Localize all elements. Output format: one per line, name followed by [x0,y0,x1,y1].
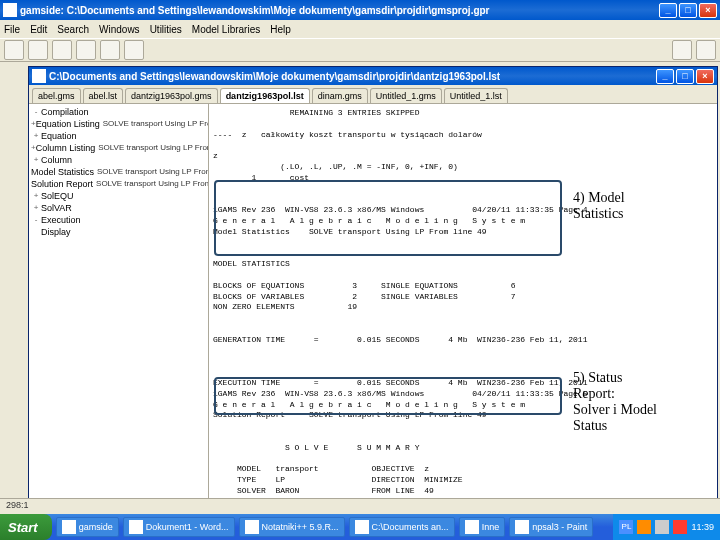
tab-dantzig-lst[interactable]: dantzig1963pol.lst [220,88,310,103]
start-button[interactable]: Start [0,514,52,540]
task-explorer[interactable]: C:\Documents an... [349,517,455,537]
expand-icon[interactable]: + [31,155,41,164]
minimize-button[interactable]: _ [659,3,677,18]
task-inne[interactable]: Inne [459,517,506,537]
document-window: C:\Documents and Settings\lewandowskim\M… [28,66,718,526]
inner-titlebar: C:\Documents and Settings\lewandowskim\M… [29,67,717,85]
app-icon [3,3,17,17]
tree-desc: SOLVE transport Using LP From lin [97,167,209,176]
annotation-box-4 [214,180,562,256]
tree-item[interactable]: +Equation ListingSOLVE transport Using L… [31,118,206,130]
task-icon [465,520,479,534]
inner-maximize-button[interactable]: □ [676,69,694,84]
tab-dinam[interactable]: dinam.gms [312,88,368,103]
doc-icon [32,69,46,83]
status-bar: 298:1 [0,498,720,514]
annotation-box-5 [214,377,562,415]
maximize-button[interactable]: □ [679,3,697,18]
task-icon [355,520,369,534]
expand-icon[interactable]: - [31,215,41,224]
inner-close-button[interactable]: × [696,69,714,84]
menu-search[interactable]: Search [57,24,89,35]
tool-save-icon[interactable] [28,40,48,60]
menu-model-lib[interactable]: Model Libraries [192,24,260,35]
tray-clock[interactable]: 11:39 [691,522,714,532]
tab-bar: abel.gms abel.lst dantzig1963pol.gms dan… [29,85,717,104]
menu-bar: File Edit Search Windows Utilities Model… [0,20,720,38]
menu-utilities[interactable]: Utilities [150,24,182,35]
annotation-label-4: 4) Model Statistics [573,190,625,222]
tree-label: Compilation [41,107,89,117]
tab-abel-lst[interactable]: abel.lst [83,88,124,103]
tree-label: Column [41,155,72,165]
tab-abel-gms[interactable]: abel.gms [32,88,81,103]
tree-label: Display [41,227,71,237]
tree-item[interactable]: +Column [31,154,206,166]
task-icon [515,520,529,534]
tree-desc: SOLVE transport Using LP From lin [103,119,209,128]
tree-desc: SOLVE transport Using LP From lin [98,143,209,152]
expand-icon[interactable]: + [31,203,41,212]
tool-misc-icon[interactable] [672,40,692,60]
tree-label: Equation [41,131,77,141]
editor-view[interactable]: REMAINING 3 ENTRIES SKIPPED ---- z całko… [209,104,717,524]
workspace: -Compilation+Equation ListingSOLVE trans… [29,104,717,524]
task-word[interactable]: Dokument1 - Word... [123,517,235,537]
tool-open-icon[interactable] [4,40,24,60]
tree-item[interactable]: +SolEQU [31,190,206,202]
tab-dantzig-gms[interactable]: dantzig1963pol.gms [125,88,218,103]
menu-windows[interactable]: Windows [99,24,140,35]
task-notepad[interactable]: Notatniki++ 5.9.R... [239,517,345,537]
expand-icon[interactable]: + [31,131,41,140]
task-icon [245,520,259,534]
inner-title: C:\Documents and Settings\lewandowskim\M… [49,71,654,82]
tree-item[interactable]: Solution ReportSOLVE transport Using LP … [31,178,206,190]
tree-item[interactable]: +Column ListingSOLVE transport Using LP … [31,142,206,154]
close-button[interactable]: × [699,3,717,18]
task-icon [129,520,143,534]
window-title: gamside: C:\Documents and Settings\lewan… [20,5,657,16]
menu-edit[interactable]: Edit [30,24,47,35]
tool-misc2-icon[interactable] [696,40,716,60]
tray-lang-icon[interactable]: PL [619,520,633,534]
tray-av-icon[interactable] [673,520,687,534]
tray-vol-icon[interactable] [655,520,669,534]
task-paint[interactable]: npsal3 - Paint [509,517,593,537]
tab-untitled-gms[interactable]: Untitled_1.gms [370,88,442,103]
tree-item[interactable]: -Compilation [31,106,206,118]
system-tray[interactable]: PL 11:39 [613,514,720,540]
tool-print-icon[interactable] [76,40,96,60]
tree-desc: SOLVE transport Using LP From lin [96,179,209,188]
tree-label: SolEQU [41,191,74,201]
tree-item[interactable]: Model StatisticsSOLVE transport Using LP… [31,166,206,178]
tool-help-icon[interactable] [124,40,144,60]
tree-label: Solution Report [31,179,93,189]
tree-item[interactable]: -Execution [31,214,206,226]
task-icon [62,520,76,534]
tree-label: Model Statistics [31,167,94,177]
tool-run-icon[interactable] [52,40,72,60]
nav-tree[interactable]: -Compilation+Equation ListingSOLVE trans… [29,104,209,524]
tray-net-icon[interactable] [637,520,651,534]
task-gamside[interactable]: gamside [56,517,119,537]
inner-minimize-button[interactable]: _ [656,69,674,84]
toolbar [0,38,720,62]
menu-file[interactable]: File [4,24,20,35]
tree-label: Equation Listing [36,119,100,129]
tree-item[interactable]: Display [31,226,206,238]
tab-untitled-lst[interactable]: Untitled_1.lst [444,88,508,103]
tree-label: SolVAR [41,203,72,213]
outer-titlebar: gamside: C:\Documents and Settings\lewan… [0,0,720,20]
annotation-label-5: 5) Status Report: Solver i Model Status [573,370,657,434]
tree-item[interactable]: +SolVAR [31,202,206,214]
tool-find-icon[interactable] [100,40,120,60]
expand-icon[interactable]: - [31,107,41,116]
tree-label: Column Listing [36,143,96,153]
menu-help[interactable]: Help [270,24,291,35]
expand-icon[interactable]: + [31,191,41,200]
tree-item[interactable]: +Equation [31,130,206,142]
cursor-pos: 298:1 [6,500,29,510]
tree-label: Execution [41,215,81,225]
taskbar: Start gamside Dokument1 - Word... Notatn… [0,514,720,540]
